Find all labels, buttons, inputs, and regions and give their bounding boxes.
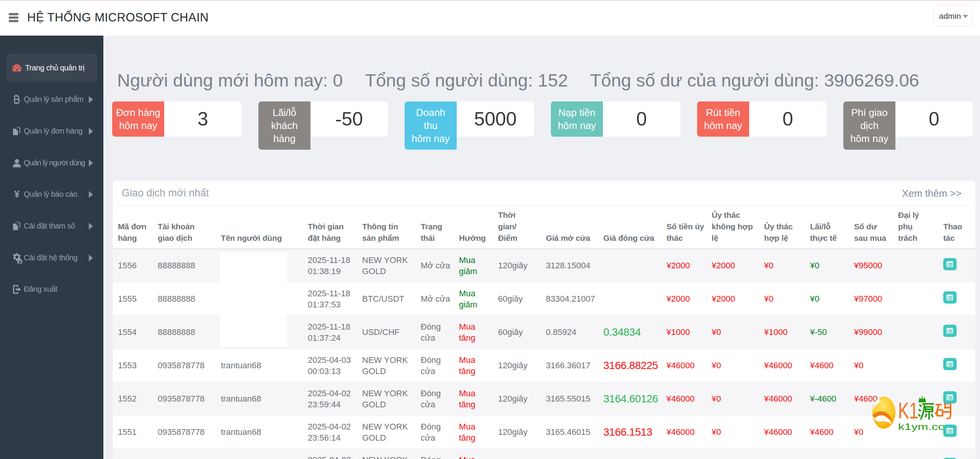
svg-text:K1: K1	[898, 398, 918, 423]
